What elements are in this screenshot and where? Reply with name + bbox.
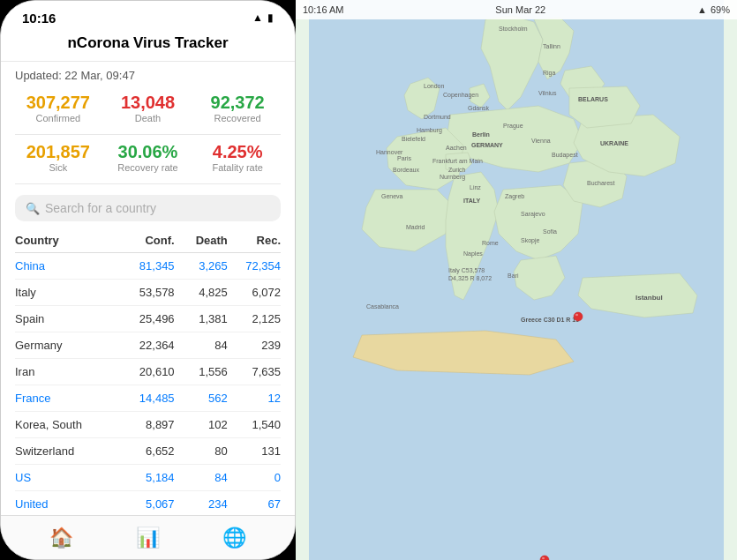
- conf-value: 14,485: [121, 392, 174, 405]
- table-row[interactable]: China81,3453,26572,354: [15, 253, 281, 280]
- svg-text:Copenhagen: Copenhagen: [443, 92, 478, 99]
- search-placeholder: Search for a country: [45, 201, 156, 215]
- svg-text:Hannover: Hannover: [376, 149, 403, 155]
- svg-text:Sarajevo: Sarajevo: [521, 211, 545, 218]
- rec-value: 67: [228, 497, 281, 511]
- recovered-stat: 92,372 Recovered: [194, 93, 281, 123]
- svg-text:Vienna: Vienna: [531, 138, 551, 144]
- country-name: Germany: [15, 339, 121, 352]
- country-name[interactable]: China: [15, 259, 121, 273]
- death-value: 80: [175, 444, 228, 458]
- phone-frame: 10:16 ▲ ▮ nCorona Virus Tracker Updated:…: [0, 0, 296, 560]
- country-name[interactable]: United: [15, 497, 121, 511]
- table-header: Country Conf. Death Rec.: [15, 228, 281, 253]
- col-rec: Rec.: [228, 234, 281, 247]
- table-row[interactable]: Spain25,4961,3812,125: [15, 306, 281, 332]
- home-icon[interactable]: 🏠: [49, 526, 73, 549]
- table-row[interactable]: France14,48556212: [15, 385, 281, 412]
- battery-icon: ▮: [267, 11, 274, 24]
- rec-value: 72,354: [228, 259, 281, 273]
- svg-text:Paris: Paris: [397, 155, 411, 161]
- death-label: Death: [105, 113, 192, 123]
- recovery-rate-value: 30.06%: [105, 142, 192, 162]
- table-row[interactable]: Iran20,6101,5567,635: [15, 359, 281, 385]
- table-row[interactable]: US5,184840: [15, 465, 281, 491]
- map-date: Sun Mar 22: [495, 4, 545, 15]
- svg-text:Berlin: Berlin: [472, 131, 490, 138]
- svg-text:Bari: Bari: [508, 273, 519, 279]
- svg-text:Budapest: Budapest: [552, 152, 578, 159]
- svg-text:Zurich: Zurich: [448, 167, 466, 173]
- conf-value: 5,067: [121, 497, 174, 511]
- country-name: Switzerland: [15, 444, 121, 458]
- country-name: Iran: [15, 365, 121, 378]
- confirmed-stat: 307,277 Confirmed: [15, 93, 102, 123]
- svg-text:Hamburg: Hamburg: [417, 127, 442, 134]
- status-time: 10:16: [22, 11, 56, 26]
- table-row[interactable]: Italy53,5784,8256,072: [15, 280, 281, 306]
- country-name[interactable]: France: [15, 392, 121, 405]
- wifi-icon: ▲: [252, 11, 263, 24]
- table-row[interactable]: Switzerland6,65280131: [15, 438, 281, 465]
- col-conf: Conf.: [121, 234, 174, 247]
- svg-text:Stockholm: Stockholm: [499, 26, 528, 32]
- recovered-label: Recovered: [194, 113, 281, 123]
- death-value: 13,048: [105, 93, 192, 113]
- conf-value: 81,345: [121, 259, 174, 273]
- rec-value: 1,540: [228, 418, 281, 431]
- conf-value: 20,610: [121, 365, 174, 378]
- map-battery: 69%: [711, 4, 730, 15]
- recovery-rate-stat: 30.06% Recovery rate: [105, 142, 192, 173]
- svg-text:D4,325 R 8,072: D4,325 R 8,072: [448, 275, 492, 281]
- svg-text:Italy C53,578: Italy C53,578: [448, 267, 485, 274]
- table-row[interactable]: Korea, South8,8971021,540: [15, 412, 281, 438]
- stats-grid-1: 307,277 Confirmed 13,048 Death 92,372 Re…: [1, 89, 295, 131]
- svg-text:Dortmund: Dortmund: [424, 114, 451, 120]
- svg-text:Skopje: Skopje: [521, 237, 540, 244]
- chart-icon[interactable]: 📊: [136, 526, 160, 549]
- country-name: Spain: [15, 312, 121, 325]
- sick-stat: 201,857 Sick: [15, 142, 102, 173]
- death-value: 1,381: [175, 312, 228, 325]
- svg-text:London: London: [424, 83, 444, 89]
- svg-text:Linz: Linz: [470, 184, 481, 190]
- svg-text:UKRAINE: UKRAINE: [600, 140, 628, 146]
- svg-text:Riga: Riga: [543, 70, 556, 77]
- confirmed-value: 307,277: [15, 93, 102, 113]
- death-value: 84: [175, 471, 228, 484]
- bottom-nav: 🏠 📊 🌐: [1, 515, 295, 559]
- death-value: 562: [175, 392, 228, 405]
- conf-value: 22,364: [121, 339, 174, 352]
- status-icons: ▲ ▮: [252, 11, 274, 24]
- svg-text:Bordeaux: Bordeaux: [393, 167, 419, 173]
- sick-label: Sick: [15, 162, 102, 173]
- col-death: Death: [175, 234, 228, 247]
- search-bar[interactable]: 🔍 Search for a country: [15, 195, 281, 221]
- map-status-bar: 10:16 AM Sun Mar 22 ▲ 69%: [296, 0, 737, 19]
- svg-text:Greece C30 D1 R 19: Greece C30 D1 R 19: [521, 317, 579, 323]
- svg-text:Naples: Naples: [463, 250, 483, 258]
- table-row[interactable]: Germany22,36484239: [15, 332, 281, 359]
- stats-grid-2: 201,857 Sick 30.06% Recovery rate 4.25% …: [1, 138, 295, 180]
- phone-status-bar: 10:16 ▲ ▮: [1, 1, 295, 27]
- death-value: 1,556: [175, 365, 228, 378]
- conf-value: 6,652: [121, 444, 174, 458]
- svg-text:Frankfurt am Main: Frankfurt am Main: [432, 158, 483, 164]
- country-name: Korea, South: [15, 418, 121, 431]
- country-name: Italy: [15, 286, 121, 299]
- fatality-rate-label: Fatality rate: [194, 162, 281, 173]
- globe-icon[interactable]: 🌐: [222, 526, 246, 549]
- country-name[interactable]: US: [15, 471, 121, 484]
- rec-value: 7,635: [228, 365, 281, 378]
- map-svg: Stockholm Tallinn Riga Vilnius BELARUS C…: [296, 0, 737, 560]
- svg-text:Rome: Rome: [482, 240, 499, 246]
- svg-text:Bielefeld: Bielefeld: [402, 136, 425, 142]
- rec-value: 6,072: [228, 286, 281, 299]
- table-row[interactable]: United5,06723467: [15, 491, 281, 518]
- death-stat: 13,048 Death: [105, 93, 192, 123]
- map-time: 10:16 AM: [303, 4, 343, 15]
- svg-text:Zagreb: Zagreb: [505, 193, 524, 200]
- search-bar-container: 🔍 Search for a country: [1, 188, 295, 228]
- death-value: 102: [175, 418, 228, 431]
- rec-value: 12: [228, 392, 281, 405]
